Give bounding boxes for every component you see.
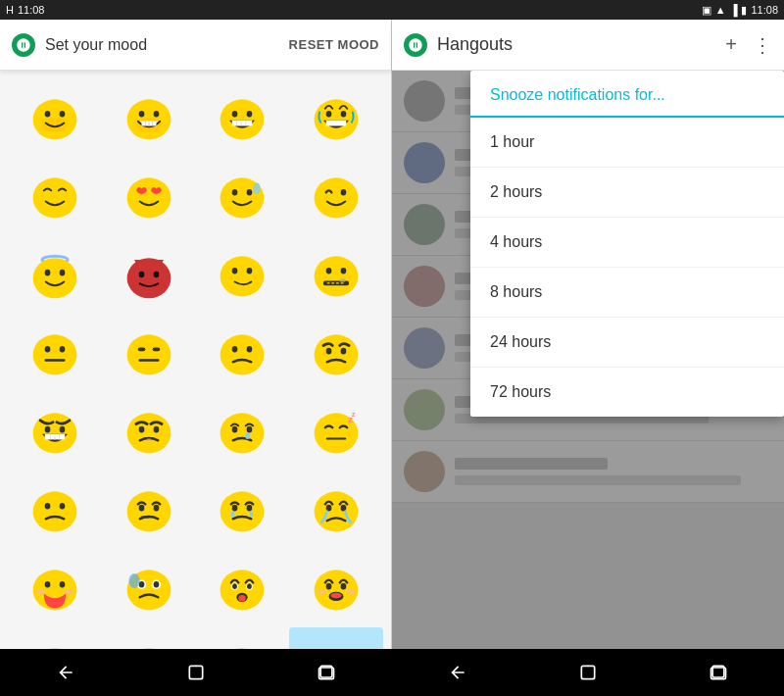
- emoji-sad[interactable]: [196, 392, 290, 471]
- home-button-left[interactable]: [167, 655, 225, 690]
- right-header-actions: + ⋮: [725, 33, 772, 57]
- main-content: Set your mood RESET MOOD: [0, 20, 784, 649]
- svg-point-40: [220, 256, 265, 296]
- svg-point-103: [138, 581, 144, 588]
- back-button-left[interactable]: [36, 655, 95, 690]
- emoji-laugh-tears[interactable]: [289, 78, 383, 157]
- emoji-tongue[interactable]: [8, 549, 102, 627]
- svg-point-64: [45, 426, 51, 433]
- svg-point-41: [232, 268, 238, 274]
- svg-point-33: [45, 270, 51, 276]
- emoji-neutral[interactable]: [8, 314, 102, 392]
- left-panel: Set your mood RESET MOOD: [0, 20, 392, 649]
- dropdown-header: Snooze notifications for...: [470, 71, 784, 118]
- snooze-2hours[interactable]: 2 hours: [470, 168, 784, 218]
- nav-left: [0, 649, 392, 696]
- emoji-scared[interactable]: [102, 549, 196, 627]
- snooze-4hours[interactable]: 4 hours: [470, 218, 784, 268]
- svg-point-71: [138, 426, 144, 433]
- svg-point-60: [315, 334, 359, 374]
- svg-point-49: [32, 334, 76, 374]
- emoji-shocked[interactable]: [196, 549, 290, 627]
- status-time-left: 11:08: [18, 4, 45, 16]
- hangouts-icon-right: [404, 33, 427, 57]
- svg-point-100: [64, 589, 73, 595]
- svg-point-81: [32, 491, 76, 531]
- svg-point-30: [341, 189, 347, 196]
- back-button-right[interactable]: [428, 655, 487, 690]
- svg-point-105: [153, 581, 159, 588]
- svg-point-76: [246, 432, 251, 439]
- svg-point-45: [341, 268, 347, 274]
- home-button-right[interactable]: [559, 655, 617, 690]
- emoji-zipper[interactable]: [289, 235, 383, 314]
- svg-point-2: [45, 111, 51, 118]
- emoji-smirk[interactable]: [196, 235, 290, 314]
- emoji-sweat-smile[interactable]: [196, 157, 290, 235]
- emoji-happy[interactable]: [8, 157, 102, 235]
- emoji-wink[interactable]: [289, 157, 383, 235]
- svg-point-57: [220, 334, 265, 374]
- svg-point-19: [315, 99, 359, 139]
- svg-point-53: [126, 334, 171, 374]
- sim-icon: ▣: [702, 4, 711, 17]
- svg-point-115: [326, 583, 332, 590]
- svg-point-63: [32, 413, 76, 453]
- snooze-1hour[interactable]: 1 hour: [470, 118, 784, 168]
- emoji-love[interactable]: [102, 157, 196, 235]
- svg-point-97: [45, 581, 51, 588]
- emoji-rage[interactable]: [8, 392, 102, 471]
- svg-point-27: [247, 189, 253, 196]
- reset-mood-button[interactable]: RESET MOOD: [289, 37, 379, 52]
- svg-point-42: [247, 268, 253, 274]
- svg-rect-144: [581, 666, 594, 678]
- svg-rect-48: [340, 279, 346, 282]
- emoji-duck[interactable]: [289, 627, 383, 649]
- emoji-expressionless[interactable]: [102, 314, 196, 392]
- svg-point-58: [232, 346, 238, 353]
- svg-point-98: [60, 581, 66, 588]
- right-panel-title: Hangouts: [437, 34, 513, 55]
- battery-icon: ▮: [741, 4, 747, 17]
- snooze-24hours[interactable]: 24 hours: [470, 318, 784, 368]
- svg-point-116: [341, 583, 347, 590]
- snooze-72hours[interactable]: 72 hours: [470, 368, 784, 417]
- app-notification-icon: H: [6, 4, 14, 16]
- emoji-dizzy[interactable]: [196, 627, 290, 649]
- emoji-blank[interactable]: [8, 627, 102, 649]
- right-header: Hangouts + ⋮: [392, 20, 784, 71]
- emoji-teeth-grin[interactable]: [196, 78, 290, 157]
- right-header-left: Hangouts: [404, 33, 513, 57]
- svg-point-29: [315, 177, 359, 218]
- svg-point-93: [315, 491, 359, 531]
- emoji-upset[interactable]: [102, 471, 196, 549]
- more-options-button[interactable]: ⋮: [753, 33, 772, 57]
- left-header: Set your mood RESET MOOD: [0, 20, 391, 71]
- emoji-sleepy[interactable]: z z: [289, 392, 383, 471]
- svg-point-59: [247, 346, 253, 353]
- recents-button-right[interactable]: [689, 655, 748, 690]
- emoji-devil[interactable]: [102, 235, 196, 314]
- emoji-frustrated[interactable]: [102, 392, 196, 471]
- emoji-smile[interactable]: [8, 78, 102, 157]
- emoji-cry[interactable]: [196, 471, 290, 549]
- add-contact-button[interactable]: +: [725, 33, 737, 56]
- emoji-angry-brows[interactable]: [289, 314, 383, 392]
- emoji-big-grin[interactable]: [102, 78, 196, 157]
- status-bar: H 11:08 ▣ ▲ ▐ ▮ 11:08: [0, 0, 784, 20]
- svg-rect-15: [232, 121, 253, 126]
- emoji-speaking[interactable]: [289, 549, 383, 627]
- svg-point-26: [232, 189, 238, 196]
- emoji-confused[interactable]: [196, 314, 290, 392]
- emoji-grimace2[interactable]: [102, 627, 196, 649]
- emoji-disappointed[interactable]: [8, 471, 102, 549]
- recents-button-left[interactable]: [297, 655, 356, 690]
- svg-point-106: [128, 573, 139, 588]
- svg-point-44: [326, 268, 332, 274]
- left-panel-title: Set your mood: [45, 36, 147, 54]
- emoji-halo[interactable]: [8, 235, 102, 314]
- emoji-sob[interactable]: [289, 471, 383, 549]
- svg-point-21: [341, 111, 347, 118]
- snooze-8hours[interactable]: 8 hours: [470, 268, 784, 318]
- svg-point-121: [32, 648, 76, 649]
